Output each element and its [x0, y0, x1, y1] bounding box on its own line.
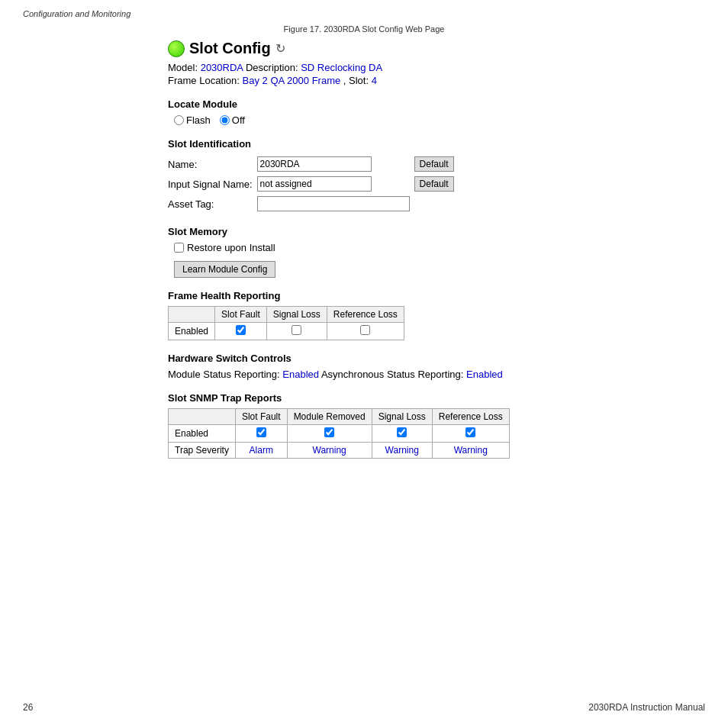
model-line: Model: 2030RDA Description: SD Reclockin… [168, 62, 667, 73]
fh-enabled-label: Enabled [169, 323, 215, 340]
manual-title: 2030RDA Instruction Manual [588, 702, 705, 713]
flash-radio-item[interactable]: Flash [174, 114, 211, 126]
snmp-trap-table: Slot Fault Module Removed Signal Loss Re… [168, 408, 510, 459]
asset-tag-label: Asset Tag: [168, 194, 257, 214]
snmp-col-signal-loss: Signal Loss [372, 409, 432, 425]
restore-label: Restore upon Install [187, 242, 275, 253]
flash-label: Flash [186, 114, 211, 126]
name-label: Name: [168, 154, 257, 174]
snmp-severity-module-removed: Warning [287, 443, 372, 459]
snmp-signal-loss-check[interactable] [372, 425, 432, 443]
snmp-col-reference-loss: Reference Loss [432, 409, 509, 425]
snmp-enabled-label: Enabled [169, 425, 236, 443]
name-row: Name: Default [168, 154, 459, 174]
description-value: SD Reclocking DA [301, 62, 382, 73]
snmp-severity-label: Trap Severity [169, 443, 236, 459]
fh-signal-loss-check[interactable] [266, 323, 327, 340]
page-footer: 26 2030RDA Instruction Manual [0, 702, 728, 713]
flash-radio[interactable] [174, 115, 184, 125]
frame-health-header-row: Slot Fault Signal Loss Reference Loss [169, 307, 404, 323]
input-signal-default-button[interactable]: Default [414, 176, 454, 192]
fh-slot-fault-check[interactable] [215, 323, 267, 340]
frame-health-enabled-row: Enabled [169, 323, 404, 340]
page-number: 26 [23, 702, 33, 713]
snmp-severity-signal-loss: Warning [372, 443, 432, 459]
fh-col-reference-loss: Reference Loss [327, 307, 404, 323]
slot-memory-title: Slot Memory [168, 226, 667, 237]
snmp-col-slot-fault: Slot Fault [235, 409, 287, 425]
page-title: Slot Config [189, 40, 271, 57]
model-value[interactable]: 2030RDA [201, 62, 243, 73]
locate-module-title: Locate Module [168, 98, 667, 110]
snmp-enabled-row: Enabled [169, 425, 510, 443]
frame-health-title: Frame Health Reporting [168, 290, 667, 301]
refresh-icon[interactable]: ↻ [275, 41, 285, 56]
status-indicator [168, 40, 185, 57]
input-signal-row: Input Signal Name: Default [168, 174, 459, 194]
module-status-value: Enabled [282, 369, 319, 380]
fh-col-slot-fault: Slot Fault [215, 307, 267, 323]
restore-checkbox[interactable] [174, 243, 184, 253]
locate-module-radios: Flash Off [174, 114, 667, 126]
slot-config-header: Slot Config ↻ [168, 40, 667, 57]
learn-module-config-button[interactable]: Learn Module Config [174, 261, 275, 278]
off-radio-item[interactable]: Off [220, 114, 245, 126]
asset-tag-input[interactable] [257, 196, 410, 211]
fh-col-empty [169, 307, 215, 323]
hardware-switch-line: Module Status Reporting: Enabled Asynchr… [168, 369, 667, 380]
fh-reference-loss-check[interactable] [327, 323, 404, 340]
frame-location-line: Frame Location: Bay 2 QA 2000 Frame , Sl… [168, 75, 667, 86]
snmp-slot-fault-check[interactable] [235, 425, 287, 443]
input-signal-label: Input Signal Name: [168, 174, 257, 194]
fh-col-signal-loss: Signal Loss [266, 307, 327, 323]
input-signal-input[interactable] [257, 176, 372, 192]
snmp-col-empty [169, 409, 236, 425]
name-default-button[interactable]: Default [414, 156, 454, 172]
name-input[interactable] [257, 156, 372, 172]
slot-value[interactable]: 4 [372, 75, 377, 86]
snmp-severity-slot-fault: Alarm [235, 443, 287, 459]
hardware-switch-title: Hardware Switch Controls [168, 353, 667, 364]
off-radio[interactable] [220, 115, 230, 125]
snmp-trap-title: Slot SNMP Trap Reports [168, 392, 667, 404]
snmp-header-row: Slot Fault Module Removed Signal Loss Re… [169, 409, 510, 425]
slot-identification-table: Name: Default Input Signal Name: Default… [168, 154, 459, 214]
snmp-severity-reference-loss: Warning [432, 443, 509, 459]
snmp-module-removed-check[interactable] [287, 425, 372, 443]
snmp-col-module-removed: Module Removed [287, 409, 372, 425]
slot-identification-title: Slot Identification [168, 138, 667, 150]
snmp-severity-row: Trap Severity Alarm Warning Warning Warn… [169, 443, 510, 459]
snmp-reference-loss-check[interactable] [432, 425, 509, 443]
frame-location-value[interactable]: Bay 2 QA 2000 Frame [243, 75, 341, 86]
page-header: Configuration and Monitoring [0, 0, 728, 18]
asset-tag-row: Asset Tag: [168, 194, 459, 214]
frame-health-table: Slot Fault Signal Loss Reference Loss En… [168, 306, 404, 340]
restore-checkbox-row: Restore upon Install [174, 242, 667, 253]
off-label: Off [232, 114, 245, 126]
figure-caption: Figure 17. 2030RDA Slot Config Web Page [0, 24, 728, 34]
async-status-value: Enabled [466, 369, 503, 380]
